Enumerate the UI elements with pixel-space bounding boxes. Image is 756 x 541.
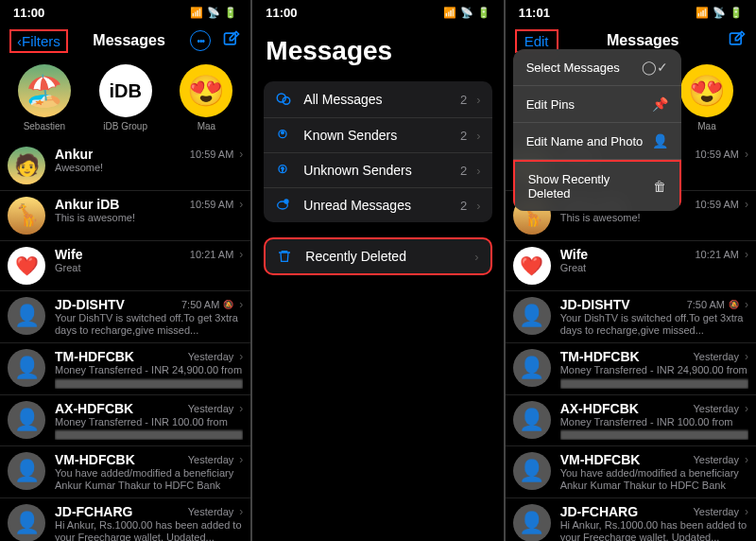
convo-body: JD-FCHARG Yesterday › Hi Ankur, Rs.1000.… (560, 504, 748, 541)
compose-icon[interactable] (222, 29, 241, 52)
avatar: 👤 (513, 504, 551, 541)
filter-label: All Messages (303, 92, 451, 107)
avatar: 😍 (180, 64, 232, 117)
conversation-row[interactable]: ❤️ Wife 10:21 AM › Great (506, 241, 756, 291)
conversation-row[interactable]: 👤 JD-FCHARG Yesterday › Hi Ankur, Rs.100… (506, 498, 756, 541)
contact-name: Ankur (55, 147, 93, 162)
unread-icon (275, 198, 294, 213)
filter-group-main: All Messages 2 › Known Senders 2 ›? Unkn… (264, 81, 491, 222)
chevron-right-icon: › (476, 164, 480, 178)
screen-filters: 11:00 📶 📡 🔋 Messages All Messages 2 › Kn… (252, 0, 503, 541)
wifi-icon: 📡 (713, 7, 726, 19)
conversation-row[interactable]: 👤 JD-FCHARG Yesterday › Hi Ankur, Rs.100… (0, 498, 250, 541)
conversation-row[interactable]: 👤 VM-HDFCBK Yesterday › You have added/m… (0, 446, 250, 498)
chevron-right-icon: › (239, 198, 243, 211)
message-preview: This is awesome! (55, 212, 243, 224)
nav-title: Messages (93, 32, 165, 49)
contact-name: Wife (55, 247, 82, 262)
nav-actions: ••• (190, 29, 241, 52)
redacted-line (560, 430, 748, 440)
edit-label: Edit (524, 33, 549, 49)
pinned-contact[interactable]: iDBiDB Group (99, 64, 152, 131)
back-filters-button[interactable]: ‹ Filters (9, 29, 68, 53)
pinned-contact[interactable]: 🏖️Sebastien (18, 64, 71, 131)
timestamp: 10:59 AM (696, 199, 739, 210)
avatar: 🧑 (8, 147, 45, 184)
message-preview: Awesome! (55, 162, 243, 174)
chevron-right-icon: › (745, 298, 748, 311)
timestamp: 10:21 AM (696, 249, 739, 260)
filter-count: 2 (460, 164, 467, 178)
contact-name: AX-HDFCBK (55, 401, 133, 416)
conversation-row[interactable]: 🧑 Ankur 10:59 AM › Awesome! (0, 141, 250, 191)
convo-body: JD-DISHTV 7:50 AM 🔕 › Your DishTV is swi… (560, 297, 748, 337)
menu-label: Show Recently Deleted (528, 172, 653, 201)
check-icon: ◯✓ (642, 60, 668, 75)
timestamp: Yesterday (693, 351, 739, 362)
conversation-row[interactable]: 👤 AX-HDFCBK Yesterday › Money Transferre… (0, 395, 250, 446)
more-icon[interactable]: ••• (190, 30, 211, 51)
chevron-right-icon: › (476, 129, 480, 143)
filter-unknown-senders[interactable]: ? Unknown Senders 2 › (264, 153, 491, 188)
filter-unread-messages[interactable]: Unread Messages 2 › (264, 188, 491, 222)
timestamp: Yesterday (188, 403, 234, 414)
person-icon (275, 128, 294, 143)
signal-icon: 📶 (190, 7, 203, 19)
message-preview: You have added/modified a beneficiary An… (55, 467, 243, 492)
timestamp: 10:59 AM (190, 199, 233, 210)
question-icon: ? (275, 163, 294, 178)
timestamp: 7:50 AM (181, 299, 219, 310)
conversation-row[interactable]: 👤 AX-HDFCBK Yesterday › Money Transferre… (506, 395, 756, 446)
chevron-right-icon: › (745, 248, 748, 261)
person-icon: 👤 (652, 133, 668, 148)
convo-body: JD-FCHARG Yesterday › Hi Ankur, Rs.1000.… (55, 504, 243, 541)
filter-recently-deleted[interactable]: Recently Deleted › (266, 239, 490, 273)
chevron-right-icon: › (239, 402, 243, 415)
menu-select-messages[interactable]: Select Messages◯✓ (513, 49, 681, 86)
convo-body: Ankur iDB 10:59 AM › This is awesome! (55, 197, 243, 224)
conversation-row[interactable]: ❤️ Wife 10:21 AM › Great (0, 241, 250, 291)
contact-name: JD-FCHARG (55, 504, 132, 519)
svg-point-8 (284, 200, 288, 203)
convo-body: Wife 10:21 AM › Great (560, 247, 748, 274)
contact-name: Ankur iDB (55, 197, 119, 212)
avatar: 👤 (513, 452, 551, 490)
battery-icon: 🔋 (730, 7, 743, 19)
avatar: ❤️ (8, 247, 45, 285)
conversation-row[interactable]: 👤 VM-HDFCBK Yesterday › You have added/m… (506, 446, 756, 498)
convo-body: VM-HDFCBK Yesterday › You have added/mod… (55, 452, 243, 492)
filter-all-messages[interactable]: All Messages 2 › (264, 81, 491, 118)
menu-edit-name-and-photo[interactable]: Edit Name and Photo👤 (513, 123, 681, 160)
nav-bar: ‹ Filters Messages ••• (0, 23, 250, 59)
avatar: 👤 (8, 504, 45, 541)
status-time: 11:01 (519, 6, 550, 20)
status-time: 11:00 (266, 6, 297, 20)
avatar: 👤 (8, 297, 45, 335)
wifi-icon: 📡 (207, 7, 220, 19)
status-bar: 11:01 📶 📡 🔋 (506, 0, 756, 23)
chevron-right-icon: › (745, 350, 748, 363)
filter-known-senders[interactable]: Known Senders 2 › (264, 118, 491, 153)
convo-body: Wife 10:21 AM › Great (55, 247, 243, 274)
conversation-row[interactable]: 👤 TM-HDFCBK Yesterday › Money Transferre… (0, 343, 250, 394)
trash-icon: 🗑 (653, 179, 666, 194)
timestamp: 10:59 AM (696, 148, 739, 160)
pin-icon: 📌 (652, 96, 668, 112)
avatar: 😍 (680, 64, 733, 117)
conversation-row[interactable]: 👤 JD-DISHTV 7:50 AM 🔕 › Your DishTV is s… (506, 291, 756, 343)
conversation-row[interactable]: 👤 TM-HDFCBK Yesterday › Money Transferre… (506, 343, 756, 394)
pinned-contact[interactable]: 😍Maa (180, 64, 232, 131)
conversation-row[interactable]: 👤 JD-DISHTV 7:50 AM 🔕 › Your DishTV is s… (0, 291, 250, 343)
avatar: iDB (99, 64, 152, 117)
filter-count: 2 (460, 199, 467, 213)
timestamp: Yesterday (188, 506, 234, 517)
menu-show-recently-deleted[interactable]: Show Recently Deleted🗑 (513, 160, 681, 211)
compose-icon[interactable] (728, 29, 747, 52)
filter-group-deleted: Recently Deleted › (264, 237, 491, 275)
filter-label: Recently Deleted (305, 249, 465, 264)
convo-body: Ankur 10:59 AM › Awesome! (55, 147, 243, 174)
pinned-contact[interactable]: 😍 Maa (680, 64, 733, 131)
status-icons: 📶 📡 🔋 (696, 7, 743, 19)
menu-edit-pins[interactable]: Edit Pins📌 (513, 86, 681, 123)
conversation-row[interactable]: 🦒 Ankur iDB 10:59 AM › This is awesome! (0, 191, 250, 241)
